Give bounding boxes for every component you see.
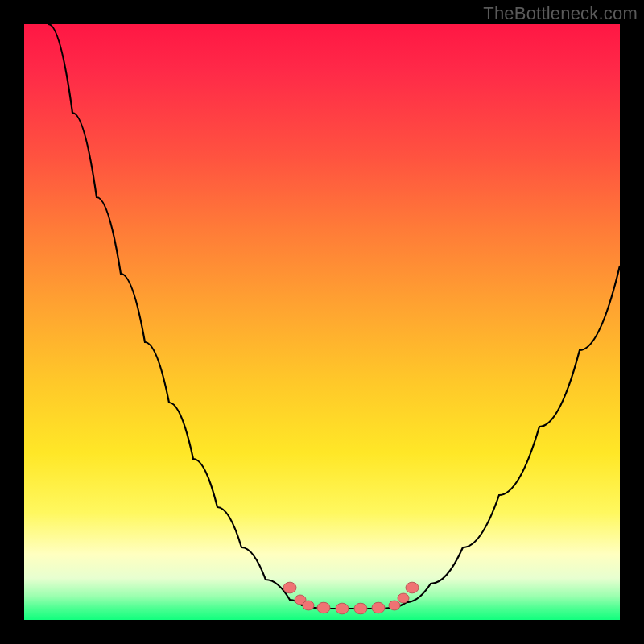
watermark-text: TheBottleneck.com <box>483 3 638 24</box>
chart-plot-area <box>24 24 620 620</box>
